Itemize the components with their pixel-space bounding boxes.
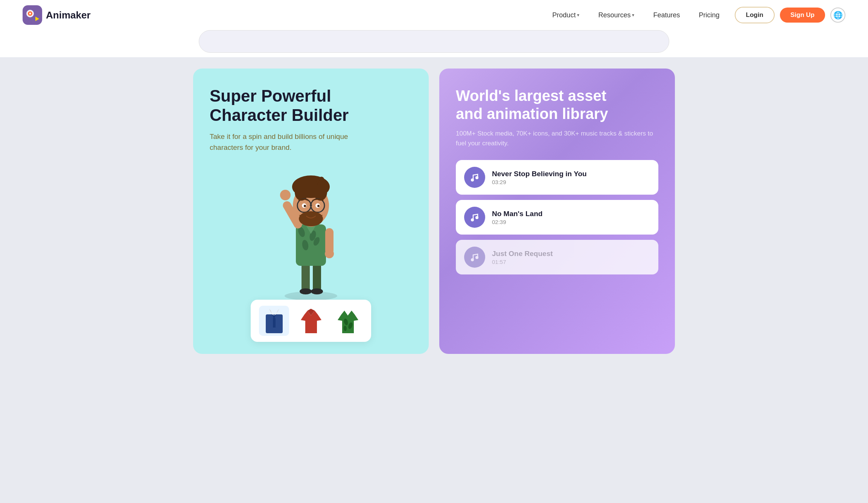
svg-point-46 [471, 178, 474, 181]
nav-actions: Login Sign Up 🌐 [735, 7, 845, 23]
svg-marker-41 [276, 309, 279, 314]
music-track-1[interactable]: Never Stop Believing in You 03:29 [456, 160, 658, 195]
left-card: Super Powerful Character Builder Take it… [193, 69, 429, 354]
clothes-item-green-shirt[interactable] [333, 306, 363, 336]
search-bar[interactable] [199, 30, 669, 53]
character-area [210, 160, 412, 300]
green-shirt-icon [338, 309, 358, 333]
left-card-title: Super Powerful Character Builder [210, 87, 412, 125]
music-title-2: No Man's Land [492, 210, 542, 218]
svg-point-49 [475, 216, 478, 219]
music-info-3: Just One Request 01:57 [492, 250, 553, 265]
music-note-icon [469, 212, 480, 223]
globe-icon: 🌐 [833, 11, 843, 20]
music-track-2[interactable]: No Man's Land 02:39 [456, 200, 658, 235]
nav-product[interactable]: Product ▾ [552, 11, 579, 19]
music-list: Never Stop Believing in You 03:29 No Man… [456, 160, 658, 274]
nav-links: Product ▾ Resources ▾ Features Pricing [552, 11, 719, 19]
music-track-3[interactable]: Just One Request 01:57 [456, 240, 658, 274]
right-card-subtitle: 100M+ Stock media, 70K+ icons, and 30K+ … [456, 129, 658, 148]
music-icon-3 [464, 247, 485, 268]
left-card-subtitle: Take it for a spin and build billions of… [210, 131, 360, 153]
clothes-selector [251, 300, 371, 342]
nav-features[interactable]: Features [653, 11, 680, 19]
navbar: Animaker Product ▾ Resources ▾ Features … [0, 0, 868, 30]
blue-suit-icon [264, 309, 285, 333]
music-duration-3: 01:57 [492, 259, 553, 265]
svg-point-23 [295, 184, 308, 201]
svg-marker-40 [269, 309, 272, 314]
music-info-2: No Man's Land 02:39 [492, 210, 542, 225]
music-title-3: Just One Request [492, 250, 553, 258]
search-strip [0, 30, 868, 57]
svg-point-33 [317, 205, 320, 207]
chevron-down-icon: ▾ [632, 12, 634, 18]
svg-point-18 [280, 190, 291, 200]
music-note-icon [469, 172, 480, 183]
svg-point-32 [304, 205, 306, 207]
music-duration-2: 02:39 [492, 219, 542, 225]
right-card: World's largest asset and animation libr… [439, 69, 675, 354]
nav-resources[interactable]: Resources ▾ [598, 11, 634, 19]
signup-button[interactable]: Sign Up [780, 8, 825, 23]
music-icon-1 [464, 167, 485, 188]
svg-rect-39 [273, 318, 276, 328]
music-icon-2 [464, 207, 485, 228]
right-card-title: World's largest asset and animation libr… [456, 87, 658, 123]
login-button[interactable]: Login [735, 7, 775, 23]
svg-rect-7 [313, 262, 321, 292]
svg-point-48 [471, 218, 474, 221]
svg-point-24 [314, 184, 327, 201]
svg-point-3 [29, 13, 31, 15]
language-button[interactable]: 🌐 [830, 8, 845, 23]
red-shirt-icon [301, 309, 321, 333]
main-content: Super Powerful Character Builder Take it… [171, 57, 697, 373]
chevron-down-icon: ▾ [577, 12, 579, 18]
music-title-1: Never Stop Believing in You [492, 170, 587, 178]
svg-point-8 [300, 288, 312, 294]
clothes-item-red-shirt[interactable] [296, 306, 326, 336]
clothes-item-blue-suit[interactable] [259, 306, 289, 336]
svg-point-50 [471, 258, 474, 261]
svg-point-19 [325, 249, 334, 258]
svg-point-9 [311, 288, 323, 294]
svg-point-51 [475, 256, 478, 259]
svg-rect-6 [302, 262, 310, 292]
music-duration-1: 03:29 [492, 179, 587, 185]
nav-pricing[interactable]: Pricing [699, 11, 719, 19]
logo-area[interactable]: Animaker [23, 5, 91, 25]
svg-point-47 [475, 176, 478, 179]
music-note-icon [469, 252, 480, 262]
character-illustration [258, 160, 364, 300]
music-info-1: Never Stop Believing in You 03:29 [492, 170, 587, 185]
logo-text: Animaker [46, 9, 91, 21]
logo-icon [23, 5, 42, 25]
